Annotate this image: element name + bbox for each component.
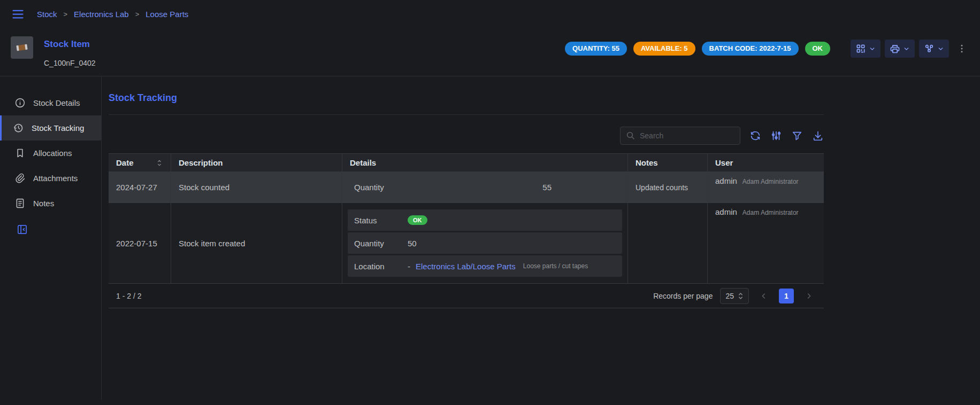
cell-details: Status OK Quantity 50 Location - Electro… (342, 203, 627, 283)
sidebar-item-attachments[interactable]: Attachments (0, 166, 101, 191)
section-divider (109, 114, 824, 115)
cell-date: 2022-07-15 (109, 203, 171, 283)
print-actions-icon (890, 43, 900, 54)
content: Stock Details Stock Tracking Allocations… (0, 76, 980, 400)
barcode-actions-icon (855, 43, 866, 54)
header-badges-and-actions: QUANTITY: 55 AVAILABLE: 5 BATCH CODE: 20… (565, 40, 967, 58)
cell-details: Quantity 55 (342, 172, 627, 203)
barcode-actions-button[interactable] (851, 40, 881, 58)
detail-key: Status (354, 216, 408, 225)
table-footer: 1 - 2 / 2 Records per page 25 1 (109, 283, 824, 308)
records-per-page-label: Records per page (653, 292, 713, 300)
chevron-left-icon[interactable] (756, 289, 771, 303)
breadcrumb-link-loose-parts[interactable]: Loose Parts (146, 10, 188, 19)
username: admin (715, 207, 737, 216)
user-fullname: Adam Administrator (742, 178, 799, 185)
column-header-date[interactable]: Date (109, 154, 171, 172)
stock-item-name: C_100nF_0402 (44, 59, 96, 67)
cell-date: 2024-07-27 (109, 172, 171, 203)
sidebar-item-allocations[interactable]: Allocations (0, 141, 101, 166)
sidebar-item-label: Stock Details (33, 98, 80, 107)
column-header-user: User (707, 154, 824, 172)
bookmark-icon (14, 147, 26, 159)
column-header-details: Details (342, 154, 627, 172)
detail-key: Quantity (354, 183, 542, 192)
notes-icon (14, 198, 26, 209)
detail-quantity-row: Quantity 55 (342, 175, 627, 199)
sidebar-item-notes[interactable]: Notes (0, 191, 101, 216)
table-grid: Date Description Details Notes User 2024… (109, 154, 824, 283)
sidebar-item-label: Stock Tracking (32, 123, 84, 133)
search-icon (626, 131, 636, 141)
status-badge: OK (805, 42, 831, 56)
download-icon[interactable] (812, 130, 824, 142)
cell-notes: Updated counts (627, 172, 707, 203)
cell-description: Stock item created (171, 203, 342, 283)
cell-user: admin Adam Administrator (707, 203, 824, 283)
paperclip-icon (14, 173, 26, 184)
sidebar-item-label: Attachments (33, 174, 78, 183)
refresh-icon[interactable] (749, 130, 761, 142)
breadcrumb-separator: > (64, 10, 68, 18)
sidebar-item-stock-details[interactable]: Stock Details (0, 90, 101, 115)
print-actions-button[interactable] (885, 40, 915, 58)
filter-icon[interactable] (791, 130, 803, 142)
breadcrumb: Stock > Electronics Lab > Loose Parts (37, 10, 188, 19)
detail-status-row: Status OK (348, 209, 622, 231)
menu-icon[interactable] (11, 7, 25, 21)
sort-icon (156, 159, 163, 167)
column-header-label: Notes (636, 158, 658, 167)
chevron-down-icon (937, 45, 944, 52)
detail-value: 55 (542, 183, 552, 192)
chevron-right-icon[interactable] (801, 289, 816, 303)
sidebar-item-stock-tracking[interactable]: Stock Tracking (0, 115, 101, 141)
page-title: Stock Item (44, 39, 96, 50)
stepper-icon (738, 292, 744, 300)
header-action-buttons (851, 40, 967, 58)
status-ok-badge: OK (408, 215, 427, 225)
detail-location-row: Location - Electronics Lab/Loose Parts L… (348, 255, 622, 277)
collapse-sidebar-icon[interactable] (16, 223, 28, 236)
column-header-description: Description (171, 154, 342, 172)
username: admin (715, 176, 737, 185)
title-block: Stock Item C_100nF_0402 (44, 36, 96, 67)
kebab-menu-icon[interactable] (956, 43, 967, 54)
user-fullname: Adam Administrator (742, 209, 799, 216)
record-range: 1 - 2 / 2 (116, 292, 141, 300)
search-input[interactable] (640, 131, 737, 140)
page-header: Stock Item C_100nF_0402 QUANTITY: 55 AVA… (0, 28, 980, 76)
stock-item-thumbnail[interactable] (11, 36, 33, 59)
page-size-select[interactable]: 25 (720, 288, 749, 304)
location-link[interactable]: Electronics Lab/Loose Parts (416, 262, 516, 271)
column-header-notes: Notes (627, 154, 707, 172)
breadcrumb-link-stock[interactable]: Stock (37, 10, 57, 19)
topbar: Stock > Electronics Lab > Loose Parts (0, 0, 980, 28)
column-header-label: Description (179, 158, 223, 167)
sidebar-item-label: Notes (33, 199, 54, 208)
column-settings-icon[interactable] (770, 130, 782, 142)
sidebar-collapse-row (16, 223, 101, 238)
cell-notes (627, 203, 707, 283)
column-header-label: User (715, 158, 733, 167)
stock-operations-icon (924, 43, 935, 54)
page-button-1[interactable]: 1 (779, 289, 794, 303)
info-icon (14, 97, 26, 108)
detail-value: 50 (408, 239, 417, 248)
detail-key: Location (354, 262, 408, 271)
cell-description: Stock counted (171, 172, 342, 203)
cell-user: admin Adam Administrator (707, 172, 824, 203)
breadcrumb-link-electronics-lab[interactable]: Electronics Lab (74, 10, 129, 19)
page-size-value: 25 (725, 292, 734, 300)
pagination-controls: Records per page 25 1 (653, 288, 816, 304)
chevron-down-icon (903, 45, 910, 52)
section-title: Stock Tracking (109, 92, 824, 104)
available-badge: AVAILABLE: 5 (633, 42, 695, 56)
location-dash: - (408, 262, 410, 271)
batch-code-badge: BATCH CODE: 2022-7-15 (702, 42, 799, 56)
sidebar: Stock Details Stock Tracking Allocations… (0, 76, 102, 400)
stock-operations-button[interactable] (919, 40, 949, 58)
column-header-label: Date (116, 158, 134, 167)
location-detail: Loose parts / cut tapes (523, 262, 588, 270)
detail-key: Quantity (354, 239, 408, 248)
table-toolbar (109, 127, 824, 145)
